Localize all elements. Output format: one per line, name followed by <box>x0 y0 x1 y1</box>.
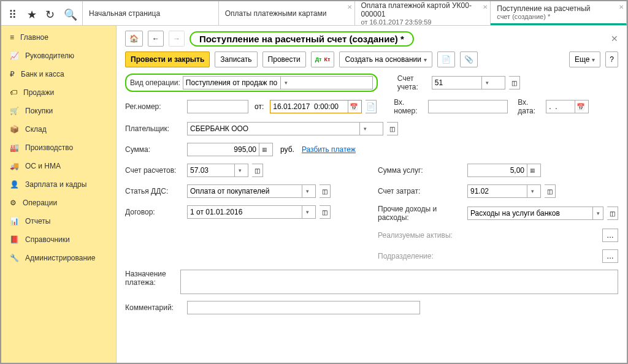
close-icon[interactable]: ✕ <box>483 4 488 10</box>
dropdown-icon[interactable]: ▾ <box>302 185 313 197</box>
post-button[interactable]: Провести <box>262 51 306 67</box>
sidebar-item-admin[interactable]: 🔧Администрирование <box>1 249 116 267</box>
op-type-label: Вид операции: <box>130 78 180 87</box>
split-payment-link[interactable]: Разбить платеж <box>302 145 356 154</box>
dropdown-icon[interactable]: ▾ <box>302 206 313 218</box>
exp-acct-label: Счет затрат: <box>378 187 464 195</box>
more-dialog-icon[interactable]: … <box>602 229 618 242</box>
sidebar: ≡Главное 📈Руководителю ₽Банк и касса 🏷Пр… <box>1 26 117 364</box>
calendar-icon[interactable] <box>575 100 586 113</box>
dropdown-icon[interactable]: ▾ <box>359 123 370 135</box>
calendar-icon[interactable] <box>348 100 359 113</box>
back-button[interactable]: ← <box>148 31 164 47</box>
calc-acct-label: Счет расчетов: <box>125 166 183 175</box>
post-and-close-button[interactable]: Провести и закрыть <box>125 51 210 67</box>
home-button[interactable]: 🏠 <box>125 31 143 47</box>
open-ref-icon[interactable]: ◫ <box>252 164 263 177</box>
date-input[interactable] <box>270 100 348 113</box>
row-comment: Комментарий: <box>125 300 618 315</box>
chart-icon: 📈 <box>10 51 19 60</box>
person-icon: 👤 <box>10 180 19 189</box>
dds-input[interactable] <box>188 185 302 197</box>
print-button[interactable]: 📄 <box>437 51 455 67</box>
sidebar-item-operations[interactable]: ⚙Операции <box>1 194 116 212</box>
close-icon[interactable]: ✕ <box>347 4 352 10</box>
more-button[interactable]: Еще <box>569 51 600 67</box>
dtkt-button[interactable]: ДтКт <box>311 51 335 67</box>
row-payer: Плательщик: ▾ ◫ <box>125 121 618 136</box>
sidebar-item-assets[interactable]: 🚚ОС и НМА <box>1 157 116 175</box>
dropdown-icon[interactable]: ▾ <box>280 77 291 89</box>
contract-input[interactable] <box>188 206 302 218</box>
close-icon[interactable]: ✕ <box>619 4 624 10</box>
tab-label: Оплаты платежными картами <box>225 9 348 18</box>
payer-input[interactable] <box>188 123 359 135</box>
ops-icon: ⚙ <box>10 199 17 207</box>
dropdown-icon[interactable]: ▾ <box>592 207 603 219</box>
book-icon: 📕 <box>10 235 19 244</box>
history-icon[interactable]: ↻ <box>45 8 56 19</box>
search-icon[interactable]: 🔍 <box>64 8 75 19</box>
purpose-textarea[interactable] <box>180 270 618 294</box>
tab-card-payments[interactable]: Оплаты платежными картами ✕ <box>219 1 355 25</box>
tag-icon: 🏷 <box>10 88 17 97</box>
report-icon: 📊 <box>10 217 19 226</box>
sidebar-item-warehouse[interactable]: 📦Склад <box>1 120 116 138</box>
sidebar-item-bank[interactable]: ₽Банк и касса <box>1 65 116 83</box>
tab-bank-receipt[interactable]: Поступление на расчетный счет (создание)… <box>491 1 627 25</box>
tab-card-payment-doc[interactable]: Оплата платежной картой УК00-000001 от 1… <box>355 1 491 25</box>
open-ref-icon[interactable]: ◫ <box>607 207 618 220</box>
sidebar-item-salary[interactable]: 👤Зарплата и кадры <box>1 175 116 194</box>
gear-icon: 🔧 <box>10 254 19 262</box>
reg-input[interactable] <box>188 100 247 113</box>
create-based-on-button[interactable]: Создать на основании <box>339 51 432 67</box>
account-input[interactable] <box>432 77 481 89</box>
in-num-input[interactable] <box>429 100 506 113</box>
dropdown-icon[interactable]: ▾ <box>234 164 245 176</box>
sidebar-item-production[interactable]: 🏭Производство <box>1 138 116 157</box>
tab-label: Поступление на расчетный <box>497 4 620 13</box>
open-ref-icon[interactable]: ◫ <box>545 184 556 198</box>
home-icon: ≡ <box>10 33 14 42</box>
sum-input-wrap: ▦ <box>187 143 273 156</box>
open-ref-icon[interactable]: ◫ <box>387 122 398 135</box>
sidebar-item-manager[interactable]: 📈Руководителю <box>1 47 116 65</box>
op-type-input[interactable] <box>183 77 280 89</box>
calculator-icon[interactable]: ▦ <box>527 164 538 176</box>
reg-label: Рег.номер: <box>125 102 183 111</box>
apps-icon[interactable]: ⠿ <box>9 8 20 19</box>
payer-input-wrap: ▾ <box>187 122 383 135</box>
svc-sum-label: Сумма услуг: <box>378 166 464 175</box>
sidebar-item-purchases[interactable]: 🛒Покупки <box>1 102 116 120</box>
sidebar-item-sales[interactable]: 🏷Продажи <box>1 83 116 102</box>
other-input[interactable] <box>468 207 592 219</box>
forward-button[interactable]: → <box>169 31 185 47</box>
sidebar-item-main[interactable]: ≡Главное <box>1 28 116 47</box>
sidebar-item-reports[interactable]: 📊Отчеты <box>1 212 116 230</box>
calculator-icon[interactable]: ▦ <box>259 143 270 156</box>
attach-button[interactable]: 📎 <box>460 51 478 67</box>
tab-home[interactable]: Начальная страница <box>83 1 219 25</box>
close-icon[interactable]: ✕ <box>611 34 618 44</box>
star-icon[interactable]: ★ <box>27 8 38 19</box>
sidebar-item-catalogs[interactable]: 📕Справочники <box>1 230 116 249</box>
top-bar: ⠿ ★ ↻ 🔍 Начальная страница Оплаты платеж… <box>1 1 627 26</box>
exp-acct-input[interactable] <box>468 185 527 197</box>
comment-input[interactable] <box>188 301 419 314</box>
sum-input[interactable] <box>188 143 259 156</box>
dropdown-icon[interactable]: ▾ <box>527 185 538 197</box>
in-date-input[interactable] <box>546 100 575 113</box>
dropdown-icon[interactable]: ▾ <box>481 77 492 89</box>
open-ref-icon[interactable]: ◫ <box>320 205 331 219</box>
row-purpose: Назначение платежа: <box>125 270 618 294</box>
doc-link-icon[interactable] <box>366 100 377 113</box>
help-button[interactable]: ? <box>605 51 618 67</box>
tab-sublabel: счет (создание) * <box>497 13 620 20</box>
svc-sum-input[interactable] <box>468 164 527 176</box>
open-ref-icon[interactable]: ◫ <box>509 76 520 89</box>
ruble-icon: ₽ <box>10 70 15 78</box>
open-ref-icon[interactable]: ◫ <box>320 184 331 198</box>
calc-acct-input[interactable] <box>188 164 234 176</box>
save-button[interactable]: Записать <box>215 51 257 67</box>
more-dialog-icon[interactable]: … <box>602 249 618 263</box>
